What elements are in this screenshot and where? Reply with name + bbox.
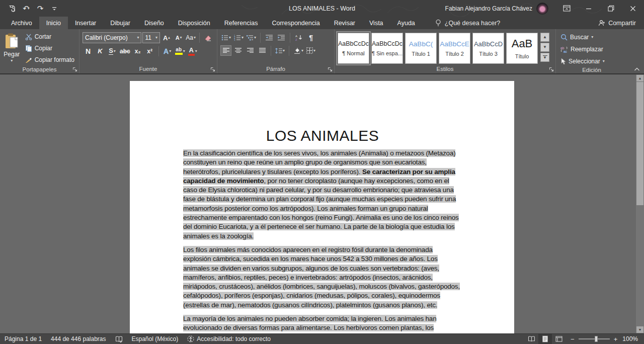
zoom-slider[interactable] <box>579 338 610 339</box>
selected-text-run[interactable]: , por no tener cloroplasto (aunque hay e… <box>183 177 459 240</box>
select-button[interactable]: Seleccionar ▾ <box>559 56 606 66</box>
style-sin-espaciado[interactable]: AaBbCcDc ¶ Sin espa... <box>371 33 403 64</box>
sort-button[interactable]: AZ <box>293 32 304 43</box>
align-left-button[interactable] <box>220 45 231 56</box>
tab-ayuda[interactable]: Ayuda <box>390 17 422 29</box>
change-case-button[interactable]: Aa▾ <box>185 33 196 43</box>
paragraph-2[interactable]: Los filos animales más conocidos aparece… <box>183 245 462 310</box>
select-dropdown-icon[interactable]: ▾ <box>603 59 605 63</box>
page-count[interactable]: Página 1 de 1 <box>0 335 46 342</box>
scrollbar-down-icon[interactable]: ▼ <box>636 326 643 333</box>
account-name[interactable]: Fabian Alejandro García Chávez <box>445 5 532 12</box>
find-dropdown-icon[interactable]: ▾ <box>591 35 593 39</box>
bold-button[interactable]: N <box>83 46 94 56</box>
share-button[interactable]: Compartir <box>598 17 644 29</box>
highlight-dropdown-icon[interactable]: ▾ <box>183 49 185 53</box>
print-layout-icon[interactable] <box>538 334 552 344</box>
ribbon-display-options-icon[interactable] <box>555 0 578 17</box>
grow-font-button[interactable]: A▾ <box>161 33 172 43</box>
format-painter-button[interactable]: Copiar formato <box>24 55 76 65</box>
selected-text-run[interactable]: Los filos animales más conocidos aparece… <box>183 246 460 309</box>
paste-button[interactable]: Pegar ▾ <box>3 32 21 63</box>
style-normal[interactable]: AaBbCcDc ¶ Normal <box>338 33 369 64</box>
line-spacing-button[interactable]: ▾ <box>274 45 286 56</box>
tab-inicio[interactable]: Inicio <box>39 17 68 29</box>
zoom-slider-thumb[interactable] <box>595 336 598 342</box>
cut-button[interactable]: Cortar <box>24 32 76 42</box>
multilevel-list-button[interactable]: ▾ <box>246 32 257 43</box>
numbering-dropdown-icon[interactable]: ▾ <box>242 36 244 40</box>
font-color-button[interactable]: A ▾ <box>187 46 198 56</box>
borders-button[interactable]: ▾ <box>305 45 316 56</box>
borders-dropdown-icon[interactable]: ▾ <box>313 49 315 53</box>
paragraph-1[interactable]: En la clasificación científica de los se… <box>183 149 462 241</box>
copy-button[interactable]: Copiar <box>24 43 76 53</box>
align-right-button[interactable] <box>245 45 256 56</box>
tab-archivo[interactable]: Archivo <box>4 17 39 29</box>
accessibility-status[interactable]: Accesibilidad: todo correcto <box>183 335 275 342</box>
justify-button[interactable] <box>257 45 268 56</box>
line-spacing-dropdown-icon[interactable]: ▾ <box>283 49 285 53</box>
vertical-scrollbar[interactable]: ▲ ▼ <box>636 74 644 333</box>
font-size-select[interactable]: 11 ▾ <box>142 32 160 43</box>
font-color-dropdown-icon[interactable]: ▾ <box>195 49 197 53</box>
font-dialog-launcher-icon[interactable] <box>210 67 215 72</box>
shading-dropdown-icon[interactable]: ▾ <box>301 49 303 53</box>
collapse-ribbon-icon[interactable] <box>634 67 640 71</box>
zoom-level[interactable]: 100% <box>622 335 644 342</box>
tab-revisar[interactable]: Revisar <box>327 17 362 29</box>
web-layout-icon[interactable] <box>552 334 566 344</box>
clear-formatting-button[interactable] <box>203 33 214 43</box>
selected-text-run[interactable]: La mayoría de los animales no pueden abs… <box>183 315 436 333</box>
subscript-button[interactable]: x₂ <box>132 46 143 56</box>
bullets-dropdown-icon[interactable]: ▾ <box>229 36 231 40</box>
shrink-font-button[interactable]: A▾ <box>173 33 184 43</box>
tell-me-search[interactable]: ¿Qué desea hacer? <box>435 17 501 29</box>
tab-dibujar[interactable]: Dibujar <box>103 17 137 29</box>
paragraph-dialog-launcher-icon[interactable] <box>328 67 333 72</box>
read-mode-icon[interactable] <box>525 334 538 344</box>
language-status[interactable]: Español (México) <box>127 335 183 342</box>
clipboard-dialog-launcher-icon[interactable] <box>72 67 77 72</box>
find-button[interactable]: Buscar ▾ <box>559 32 606 42</box>
zoom-in-button[interactable]: + <box>614 335 618 343</box>
style-titulo-2[interactable]: AaBbCcE Título 2 <box>439 33 470 64</box>
shading-button[interactable]: ▾ <box>292 45 304 56</box>
superscript-button[interactable]: x² <box>144 46 155 56</box>
undo-dropdown-icon[interactable]: ▾ <box>28 6 30 11</box>
decrease-indent-button[interactable] <box>264 32 275 43</box>
tab-correspondencia[interactable]: Correspondencia <box>265 17 327 29</box>
undo-icon[interactable]: ↶▾ <box>20 3 32 15</box>
tab-insertar[interactable]: Insertar <box>68 17 103 29</box>
zoom-out-button[interactable]: − <box>571 335 575 343</box>
strikethrough-button[interactable]: abc <box>119 46 131 56</box>
style-titulo[interactable]: AaB Título <box>506 33 538 64</box>
italic-button[interactable]: K <box>95 46 106 56</box>
document-page[interactable]: LOS ANIMALES En la clasificación científ… <box>130 81 514 333</box>
replace-button[interactable]: abac Reemplazar <box>559 44 606 54</box>
style-titulo-1[interactable]: AaBbC( Título 1 <box>405 33 437 64</box>
customize-quick-access-icon[interactable] <box>48 3 60 15</box>
tab-referencias[interactable]: Referencias <box>217 17 265 29</box>
paste-dropdown-icon[interactable]: ▾ <box>11 59 13 63</box>
account-avatar[interactable] <box>536 3 548 15</box>
scrollbar-up-icon[interactable]: ▲ <box>636 75 643 81</box>
styles-scroll-up-icon[interactable]: ▲ <box>540 33 549 42</box>
styles-scroll-down-icon[interactable]: ▼ <box>540 43 549 52</box>
font-family-select[interactable]: Calibri (Cuerpo) ▾ <box>83 32 141 43</box>
word-count[interactable]: 444 de 446 palabras <box>46 335 110 342</box>
bullets-button[interactable]: ▾ <box>220 32 232 43</box>
save-icon[interactable] <box>6 3 18 15</box>
increase-indent-button[interactable] <box>276 32 287 43</box>
restore-icon[interactable] <box>600 0 622 17</box>
tab-diseno[interactable]: Diseño <box>137 17 171 29</box>
underline-button[interactable]: S▾ <box>107 46 118 56</box>
numbering-button[interactable]: 123 ▾ <box>233 32 245 43</box>
styles-dialog-launcher-icon[interactable] <box>549 67 554 72</box>
text-highlight-button[interactable]: ab ▾ <box>174 46 186 56</box>
minimize-icon[interactable] <box>578 0 600 17</box>
multilevel-dropdown-icon[interactable]: ▾ <box>254 36 256 40</box>
close-icon[interactable] <box>622 0 644 17</box>
align-center-button[interactable] <box>232 45 244 56</box>
paragraph-3[interactable]: La mayoría de los animales no pueden abs… <box>183 314 462 333</box>
